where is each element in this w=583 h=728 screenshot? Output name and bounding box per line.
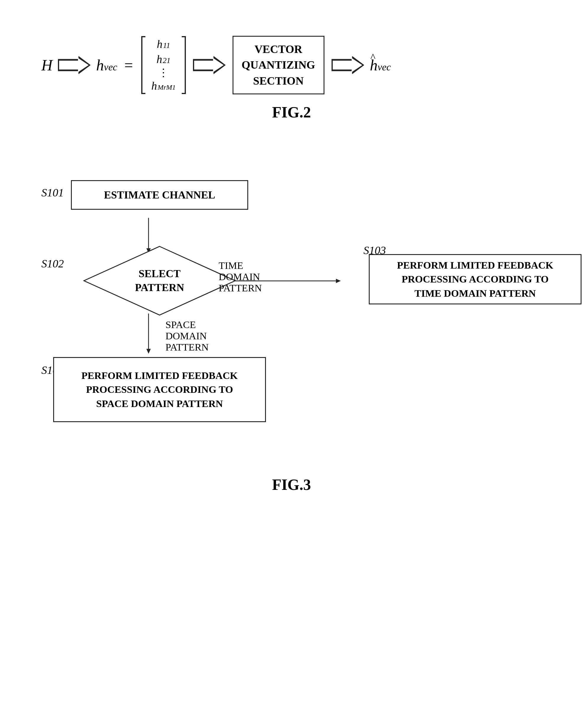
- s104-box: PERFORM LIMITED FEEDBACK PROCESSING ACCO…: [53, 357, 266, 422]
- arrow2: [193, 56, 225, 74]
- svg-marker-11: [146, 349, 151, 354]
- page: H h vec =: [0, 0, 583, 728]
- time-domain-label: TIME DOMAINPATTERN: [219, 260, 278, 294]
- fig2-section: H h vec =: [24, 18, 559, 145]
- s104-text: PERFORM LIMITED FEEDBACK PROCESSING ACCO…: [82, 369, 238, 411]
- matrix-content: h11 h21 ⋮ hMrM1: [146, 35, 180, 95]
- arrow1: [58, 56, 90, 74]
- matrix-bracket-right: [181, 35, 188, 95]
- hvec-main: h: [96, 56, 104, 74]
- fig2-diagram: H h vec =: [24, 30, 559, 95]
- s102-diamond: SELECTPATTERN: [83, 245, 237, 316]
- space-domain-label: SPACE DOMAINPATTERN: [165, 319, 230, 353]
- matrix: h11 h21 ⋮ hMrM1: [139, 35, 187, 95]
- fig3-section: S101 ESTIMATE CHANNEL S102 SELECTPATTERN…: [24, 168, 559, 493]
- s101-text: ESTIMATE CHANNEL: [104, 187, 215, 202]
- matrix-cell-1: h11: [157, 37, 170, 51]
- equals-sign: =: [124, 56, 133, 74]
- vq-line1: VECTOR: [242, 42, 315, 57]
- matrix-bracket-left: [139, 35, 146, 95]
- vq-line3: SECTION: [242, 73, 315, 89]
- vq-box: VECTOR QUANTIZING SECTION: [232, 36, 325, 94]
- hvec-hat-sub: vec: [378, 61, 391, 73]
- s101-box: ESTIMATE CHANNEL: [71, 180, 248, 210]
- svg-marker-9: [336, 279, 341, 283]
- hvec-sub: vec: [104, 61, 117, 73]
- s102-label: S102: [41, 257, 64, 270]
- matrix-cell-2: h21: [157, 52, 170, 67]
- hvec-hat-label: h vec: [370, 56, 391, 74]
- flowchart: S101 ESTIMATE CHANNEL S102 SELECTPATTERN…: [24, 168, 559, 464]
- matrix-dots: ⋮: [158, 68, 169, 78]
- fig3-caption: FIG.3: [24, 476, 559, 493]
- s102-text: SELECTPATTERN: [135, 267, 185, 295]
- s101-label: S101: [41, 186, 64, 199]
- h-label: H: [41, 56, 53, 74]
- matrix-cell-3: hMrM1: [151, 79, 175, 93]
- arrow3: [332, 56, 364, 74]
- hvec-label: h vec: [96, 56, 117, 74]
- fig2-caption: FIG.2: [24, 104, 559, 121]
- vq-line2: QUANTIZING: [242, 57, 315, 73]
- s103-text: PERFORM LIMITED FEEDBACK PROCESSING ACCO…: [397, 258, 553, 301]
- hvec-hat-main: h: [370, 56, 378, 74]
- s103-box: PERFORM LIMITED FEEDBACK PROCESSING ACCO…: [369, 254, 582, 304]
